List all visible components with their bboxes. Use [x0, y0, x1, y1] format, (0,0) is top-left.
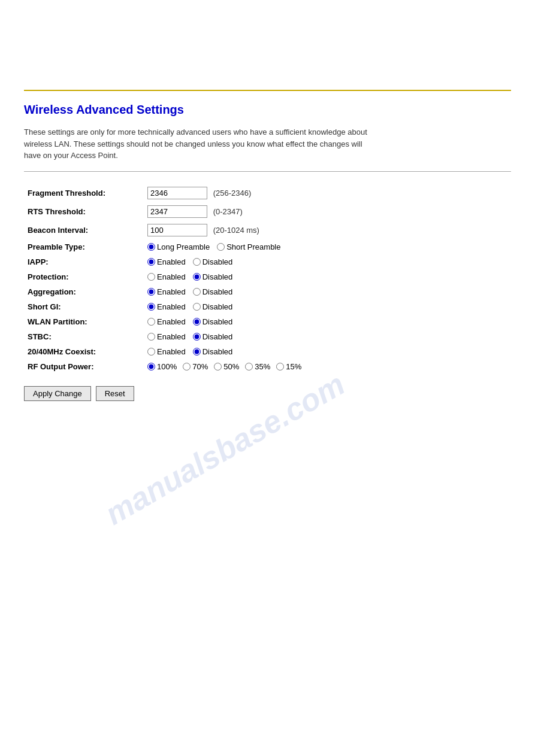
apply-change-button[interactable]: Apply Change: [24, 386, 91, 401]
beacon-interval-hint: (20-1024 ms): [213, 226, 259, 235]
preamble-long-radio[interactable]: [147, 243, 155, 251]
stbc-row: STBC: Enabled Disabled: [24, 329, 511, 344]
preamble-type-row: Preamble Type: Long Preamble Short Pream…: [24, 239, 511, 254]
divider: [24, 171, 511, 172]
protection-enabled-label: Enabled: [157, 272, 186, 281]
wlan-partition-disabled-radio[interactable]: [193, 318, 201, 326]
rf-35-radio[interactable]: [245, 363, 253, 371]
preamble-long-option[interactable]: Long Preamble: [147, 242, 210, 251]
stbc-enabled-radio[interactable]: [147, 333, 155, 341]
short-gi-disabled-label: Disabled: [202, 302, 233, 311]
coexist-disabled-label: Disabled: [202, 347, 233, 356]
aggregation-enabled-label: Enabled: [157, 287, 186, 296]
aggregation-disabled-radio[interactable]: [193, 288, 201, 296]
rf-50-option[interactable]: 50%: [214, 362, 239, 371]
fragment-threshold-hint: (256-2346): [213, 189, 252, 198]
protection-label: Protection:: [24, 269, 144, 284]
stbc-disabled-radio[interactable]: [193, 333, 201, 341]
fragment-threshold-input[interactable]: [147, 187, 207, 199]
coexist-enabled-radio[interactable]: [147, 348, 155, 356]
coexist-options: Enabled Disabled: [144, 344, 511, 359]
page-title: Wireless Advanced Settings: [24, 103, 511, 117]
protection-disabled-option[interactable]: Disabled: [193, 272, 233, 281]
wlan-partition-disabled-label: Disabled: [202, 317, 233, 326]
rf-35-label: 35%: [255, 362, 270, 371]
aggregation-label: Aggregation:: [24, 284, 144, 299]
button-row: Apply Change Reset: [24, 386, 511, 401]
wlan-partition-enabled-label: Enabled: [157, 317, 186, 326]
aggregation-row: Aggregation: Enabled Disabled: [24, 284, 511, 299]
wlan-partition-enabled-radio[interactable]: [147, 318, 155, 326]
stbc-enabled-option[interactable]: Enabled: [147, 332, 186, 341]
protection-disabled-label: Disabled: [202, 272, 233, 281]
rf-70-label: 70%: [192, 362, 208, 371]
aggregation-enabled-option[interactable]: Enabled: [147, 287, 186, 296]
coexist-enabled-label: Enabled: [157, 347, 186, 356]
short-gi-enabled-label: Enabled: [157, 302, 186, 311]
stbc-enabled-label: Enabled: [157, 332, 186, 341]
wlan-partition-disabled-option[interactable]: Disabled: [193, 317, 233, 326]
wlan-partition-enabled-option[interactable]: Enabled: [147, 317, 186, 326]
short-gi-disabled-option[interactable]: Disabled: [193, 302, 233, 311]
short-gi-enabled-radio[interactable]: [147, 303, 155, 311]
iapp-enabled-radio[interactable]: [147, 258, 155, 266]
iapp-disabled-option[interactable]: Disabled: [193, 257, 233, 266]
protection-options: Enabled Disabled: [144, 269, 511, 284]
settings-table: Fragment Threshold: (256-2346) RTS Thres…: [24, 184, 511, 374]
short-gi-options: Enabled Disabled: [144, 299, 511, 314]
rf-output-power-label: RF Output Power:: [24, 359, 144, 374]
short-gi-enabled-option[interactable]: Enabled: [147, 302, 186, 311]
rts-threshold-label: RTS Threshold:: [24, 202, 144, 221]
protection-enabled-radio[interactable]: [147, 273, 155, 281]
rf-100-radio[interactable]: [147, 363, 155, 371]
rf-50-radio[interactable]: [214, 363, 222, 371]
stbc-label: STBC:: [24, 329, 144, 344]
iapp-label: IAPP:: [24, 254, 144, 269]
rf-70-option[interactable]: 70%: [183, 362, 208, 371]
rf-15-option[interactable]: 15%: [276, 362, 301, 371]
iapp-row: IAPP: Enabled Disabled: [24, 254, 511, 269]
wlan-partition-options: Enabled Disabled: [144, 314, 511, 329]
beacon-interval-label: Beacon Interval:: [24, 221, 144, 239]
rts-threshold-input[interactable]: [147, 205, 207, 218]
rf-100-option[interactable]: 100%: [147, 362, 177, 371]
coexist-enabled-option[interactable]: Enabled: [147, 347, 186, 356]
coexist-disabled-option[interactable]: Disabled: [193, 347, 233, 356]
rts-threshold-value: (0-2347): [144, 202, 511, 221]
protection-disabled-radio[interactable]: [193, 273, 201, 281]
iapp-enabled-option[interactable]: Enabled: [147, 257, 186, 266]
protection-enabled-option[interactable]: Enabled: [147, 272, 186, 281]
coexist-disabled-radio[interactable]: [193, 348, 201, 356]
protection-row: Protection: Enabled Disabled: [24, 269, 511, 284]
aggregation-disabled-option[interactable]: Disabled: [193, 287, 233, 296]
preamble-long-label: Long Preamble: [157, 242, 210, 251]
stbc-options: Enabled Disabled: [144, 329, 511, 344]
rts-threshold-hint: (0-2347): [213, 207, 243, 216]
rf-15-radio[interactable]: [276, 363, 284, 371]
stbc-disabled-option[interactable]: Disabled: [193, 332, 233, 341]
reset-button[interactable]: Reset: [96, 386, 134, 401]
fragment-threshold-value: (256-2346): [144, 184, 511, 202]
preamble-short-radio[interactable]: [217, 243, 225, 251]
aggregation-enabled-radio[interactable]: [147, 288, 155, 296]
short-gi-label: Short GI:: [24, 299, 144, 314]
wlan-partition-label: WLAN Partition:: [24, 314, 144, 329]
rf-70-radio[interactable]: [183, 363, 191, 371]
short-gi-disabled-radio[interactable]: [193, 303, 201, 311]
iapp-disabled-radio[interactable]: [193, 258, 201, 266]
coexist-row: 20/40MHz Coexist: Enabled Disabled: [24, 344, 511, 359]
beacon-interval-value: (20-1024 ms): [144, 221, 511, 239]
rf-output-power-row: RF Output Power: 100% 70% 50%: [24, 359, 511, 374]
iapp-options: Enabled Disabled: [144, 254, 511, 269]
rf-35-option[interactable]: 35%: [245, 362, 270, 371]
aggregation-options: Enabled Disabled: [144, 284, 511, 299]
rf-15-label: 15%: [286, 362, 301, 371]
short-gi-row: Short GI: Enabled Disabled: [24, 299, 511, 314]
preamble-type-options: Long Preamble Short Preamble: [144, 239, 511, 254]
fragment-threshold-label: Fragment Threshold:: [24, 184, 144, 202]
beacon-interval-input[interactable]: [147, 224, 207, 236]
iapp-enabled-label: Enabled: [157, 257, 186, 266]
rf-output-power-options: 100% 70% 50% 35%: [144, 359, 511, 374]
preamble-short-option[interactable]: Short Preamble: [217, 242, 280, 251]
fragment-threshold-row: Fragment Threshold: (256-2346): [24, 184, 511, 202]
